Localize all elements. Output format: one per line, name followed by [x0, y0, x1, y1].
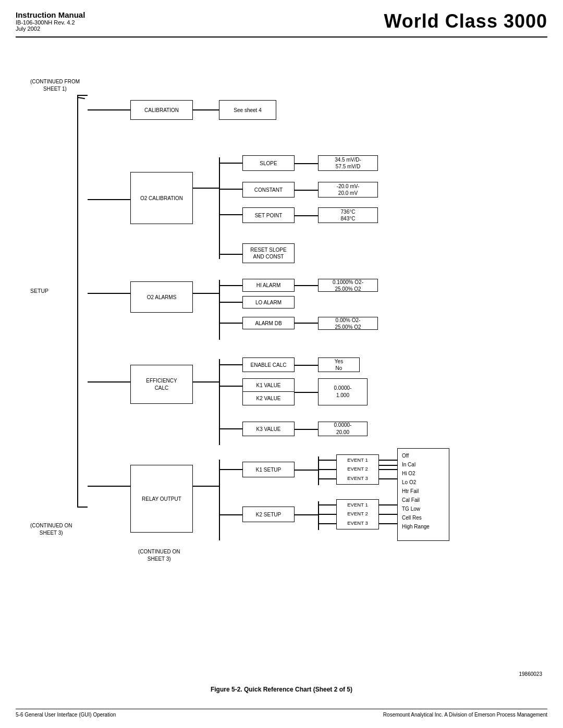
ref-number: 19860023	[519, 671, 543, 677]
hi-alarm-box: HI ALARM	[242, 279, 295, 292]
continued-on-right-label: (CONTINUED ONSHEET 3)	[138, 548, 180, 563]
page: Instruction Manual IB-106-300NH Rev. 4.2…	[0, 0, 563, 728]
set-point-value-box: 736°C843°C	[318, 207, 378, 223]
k3-value-box: K3 VALUE	[242, 422, 295, 436]
header-right: World Class 3000	[384, 10, 547, 32]
line-bracket-to-relay	[88, 486, 130, 487]
page-header: Instruction Manual IB-106-300NH Rev. 4.2…	[16, 10, 547, 38]
see-sheet-box: See sheet 4	[219, 100, 276, 120]
brand-title: World Class 3000	[384, 10, 547, 32]
setup-label: SETUP	[30, 288, 48, 295]
figure-caption-text: Figure 5-2. Quick Reference Chart (Sheet…	[211, 686, 352, 693]
k1-value-box: K1 VALUE	[242, 378, 295, 392]
manual-subtitle1: IB-106-300NH Rev. 4.2	[16, 19, 85, 26]
alarm-db-box: ALARM DB	[242, 317, 295, 329]
set-point-box: SET POINT	[242, 207, 295, 223]
efficiency-calc-box: EFFICIENCYCALC	[130, 365, 193, 404]
enable-calc-value-box: YesNo	[318, 357, 360, 372]
k2-event3-box: EVENT 3	[336, 518, 379, 529]
manual-subtitle2: July 2002	[16, 26, 85, 32]
calibration-box: CALIBRATION	[130, 100, 193, 120]
header-left: Instruction Manual IB-106-300NH Rev. 4.2…	[16, 10, 85, 32]
hi-alarm-value-box: 0.1000% O2-25.00% O2	[318, 279, 378, 292]
constant-box: CONSTANT	[242, 182, 295, 198]
continued-from-label: (CONTINUED FROMSHEET 1)	[30, 78, 80, 93]
line-bracket-to-calibration	[88, 109, 130, 110]
k1k2-value-box: 0.0000-1.000	[318, 378, 368, 405]
relay-output-box: RELAY OUTPUT	[130, 465, 193, 533]
slope-box: SLOPE	[242, 155, 295, 171]
k1-event3-box: EVENT 3	[336, 473, 379, 485]
footer-right: Rosemount Analytical Inc. A Division of …	[383, 712, 547, 718]
o2-calibration-box: O2 CALIBRATION	[130, 172, 193, 224]
k3-value-box2: 0.0000-20.00	[318, 422, 368, 436]
figure-caption: Figure 5-2. Quick Reference Chart (Sheet…	[16, 686, 547, 693]
alarm-db-value-box: 0.00% O2-25.00% O2	[318, 317, 378, 330]
footer-left: 5-6 General User Interface (GUI) Operati…	[16, 712, 116, 718]
line-bracket-to-o2alarms	[88, 293, 130, 294]
relay-values-box: Off In Cal Hi O2 Lo O2 Htr Fail Cal Fail…	[397, 448, 449, 541]
lo-alarm-box: LO ALARM	[242, 296, 295, 309]
slope-value-box: 34.5 mV/D-57.5 mV/D	[318, 155, 378, 171]
continued-on-left-label: (CONTINUED ONSHEET 3)	[30, 522, 72, 537]
line-bracket-to-o2cal	[88, 199, 130, 200]
diagram-area: (CONTINUED FROMSHEET 1) SETUP (CONTINUED…	[16, 48, 547, 667]
constant-value-box: -20.0 mV-20.0 mV	[318, 182, 378, 198]
enable-calc-box: ENABLE CALC	[242, 357, 295, 372]
reset-slope-box: RESET SLOPEAND CONST	[242, 243, 295, 263]
line-bracket-to-efficiency	[88, 381, 130, 382]
k2-value-box: K2 VALUE	[242, 392, 295, 405]
k2-setup-box: K2 SETUP	[242, 507, 295, 522]
page-footer: 5-6 General User Interface (GUI) Operati…	[16, 709, 547, 718]
manual-title: Instruction Manual	[16, 10, 85, 19]
k1-setup-box: K1 SETUP	[242, 462, 295, 477]
o2-alarms-box: O2 ALARMS	[130, 281, 193, 313]
